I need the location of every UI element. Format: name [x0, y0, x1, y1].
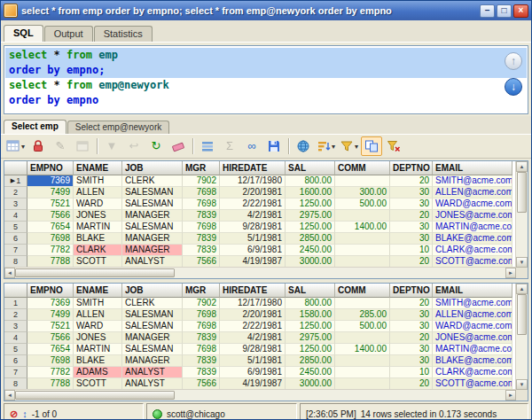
tab-statistics[interactable]: Statistics: [94, 26, 153, 42]
grid-cell[interactable]: 7499: [27, 187, 74, 198]
grid-cell[interactable]: MARTIN@acme.com: [433, 222, 512, 233]
grid-cell[interactable]: [335, 233, 390, 245]
column-header-mgr[interactable]: MGR: [183, 284, 220, 298]
grid-cell[interactable]: 2/20/1981: [220, 187, 286, 198]
column-header-hiredate[interactable]: HIREDATE: [220, 161, 286, 175]
grid-emp-hscrollbar[interactable]: [4, 267, 516, 278]
grid-cell[interactable]: 30: [390, 321, 433, 332]
row-header[interactable]: 4: [4, 332, 27, 344]
tab-output[interactable]: Output: [44, 26, 93, 42]
lock-button[interactable]: [27, 136, 49, 156]
edit-mode-button[interactable]: ✎: [50, 136, 71, 156]
grid-cell[interactable]: 7839: [183, 210, 220, 222]
grid-cell[interactable]: SMITH@acme.com: [433, 175, 512, 187]
grid-cell[interactable]: 7782: [27, 367, 74, 378]
grid-cell[interactable]: 30: [390, 198, 433, 210]
calculator-button[interactable]: Σ: [219, 136, 240, 156]
grid-cell[interactable]: JONES: [74, 210, 122, 222]
grid-cell[interactable]: CLARK@acme.com: [433, 245, 512, 256]
grid-cell[interactable]: MARTIN@acme.com: [433, 344, 512, 355]
column-header-deptno[interactable]: DEPTNO: [390, 161, 433, 175]
grid-cell[interactable]: 7839: [183, 245, 220, 256]
column-header-mgr[interactable]: MGR: [183, 161, 220, 175]
grid-cell[interactable]: 5/1/1981: [220, 355, 286, 367]
row-header[interactable]: 1: [4, 298, 27, 309]
web-export-button[interactable]: [293, 136, 314, 156]
grid-cell[interactable]: [335, 355, 390, 367]
grid-cell[interactable]: 30: [390, 222, 433, 233]
grid-cell[interactable]: 30: [390, 344, 433, 355]
grid-cell[interactable]: ADAMS: [74, 367, 122, 378]
column-header-hiredate[interactable]: HIREDATE: [220, 284, 286, 298]
hscrollbar-thumb[interactable]: [15, 391, 175, 400]
vscrollbar-track[interactable]: [516, 335, 528, 379]
grid-cell[interactable]: BLAKE: [74, 355, 122, 367]
row-header[interactable]: 5: [4, 222, 27, 233]
grid-cell[interactable]: 7566: [27, 210, 74, 222]
row-header[interactable]: 5: [4, 344, 27, 355]
grid-cell[interactable]: 30: [390, 187, 433, 198]
grid-cell[interactable]: MANAGER: [122, 210, 183, 222]
grid-cell[interactable]: 9/28/1981: [220, 222, 286, 233]
close-button[interactable]: [513, 4, 528, 18]
result-tab-select-emp[interactable]: Select emp: [4, 120, 66, 134]
column-header-ename[interactable]: ENAME: [74, 161, 122, 175]
grid-cell[interactable]: 7369: [27, 175, 74, 187]
row-header[interactable]: 6: [4, 355, 27, 367]
grid-cell[interactable]: JONES@acme.com: [433, 332, 512, 344]
row-header[interactable]: ▶1: [4, 175, 27, 187]
result-tab-select-emp-newyork[interactable]: Select emp@newyork: [67, 121, 169, 134]
scroll-up-arrow-icon[interactable]: [516, 161, 528, 172]
column-header-email[interactable]: EMAIL: [433, 161, 512, 175]
grid-cell[interactable]: MANAGER: [122, 245, 183, 256]
grid-cell[interactable]: WARD: [74, 198, 122, 210]
vscrollbar-thumb[interactable]: [517, 172, 527, 213]
grid-cell[interactable]: MANAGER: [122, 355, 183, 367]
grid-cell[interactable]: ALLEN: [74, 187, 122, 198]
grid-cell[interactable]: 7566: [27, 332, 74, 344]
grid-cell[interactable]: 7654: [27, 344, 74, 355]
grid-cell[interactable]: 10: [390, 245, 433, 256]
grid-cell[interactable]: 7698: [183, 344, 220, 355]
hscrollbar-track[interactable]: [175, 390, 505, 401]
hscrollbar-thumb[interactable]: [15, 268, 175, 277]
grid-cell[interactable]: 2850.00: [286, 355, 335, 367]
grid-cell[interactable]: SMITH: [74, 175, 122, 187]
titlebar[interactable]: select * from emp order by empno; select…: [1, 1, 531, 20]
grid-cell[interactable]: 7902: [183, 298, 220, 309]
grid-newyork-hscrollbar[interactable]: [4, 389, 516, 401]
grid-cell[interactable]: MARTIN: [74, 222, 122, 233]
scroll-up-button[interactable]: [505, 52, 522, 70]
column-header-comm[interactable]: COMM: [335, 161, 390, 175]
grid-cell[interactable]: BLAKE@acme.com: [433, 355, 512, 367]
sql-editor[interactable]: select * from emporder by empno;select *…: [5, 47, 527, 113]
clear-filter-button[interactable]: [383, 136, 404, 156]
grid-cell[interactable]: 20: [390, 332, 433, 344]
grid-cell[interactable]: SALESMAN: [122, 222, 183, 233]
grid-cell[interactable]: MANAGER: [122, 332, 183, 344]
grid-cell[interactable]: 2/20/1981: [220, 309, 286, 321]
grid-cell[interactable]: 7369: [27, 298, 74, 309]
grid-cell[interactable]: 10: [390, 367, 433, 378]
grid-cell[interactable]: 800.00: [286, 175, 335, 187]
grid-cell[interactable]: 12/17/1980: [220, 298, 286, 309]
grid-cell[interactable]: 7698: [27, 233, 74, 245]
grid-cell[interactable]: [335, 175, 390, 187]
grid-cell[interactable]: 20: [390, 210, 433, 222]
grid-cell[interactable]: 7839: [183, 233, 220, 245]
grid-cell[interactable]: 6/9/1981: [220, 245, 286, 256]
duplicate-row-button[interactable]: [197, 136, 218, 156]
grid-cell[interactable]: 2450.00: [286, 367, 335, 378]
scroll-down-arrow-icon[interactable]: [516, 257, 528, 268]
maximize-button[interactable]: [497, 4, 512, 18]
clear-grid-button[interactable]: [168, 136, 189, 156]
grid-cell[interactable]: 7902: [183, 175, 220, 187]
grid-cell[interactable]: 1250.00: [286, 222, 335, 233]
column-header-sal[interactable]: SAL: [286, 161, 335, 175]
view-options-button[interactable]: ▾: [4, 136, 27, 156]
grid-cell[interactable]: 300.00: [335, 187, 390, 198]
vscrollbar-thumb[interactable]: [517, 294, 527, 335]
column-header-email[interactable]: EMAIL: [433, 284, 512, 298]
column-header-ename[interactable]: ENAME: [74, 284, 122, 298]
grid-cell[interactable]: 1400.00: [335, 222, 390, 233]
